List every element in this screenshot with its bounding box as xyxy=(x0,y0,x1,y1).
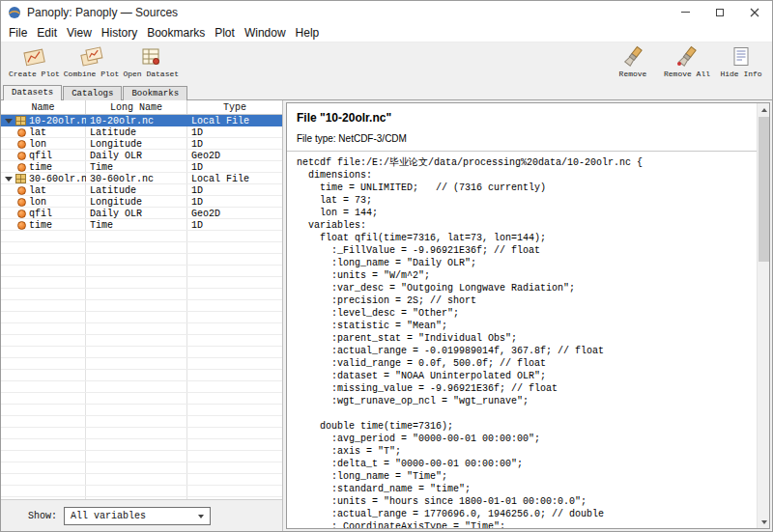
cdl-line: :long_name = "Time"; xyxy=(297,470,747,483)
cdl-line: :statistic = "Mean"; xyxy=(297,320,747,332)
cell-name: 10-20olr.nc xyxy=(1,115,86,126)
show-label: Show: xyxy=(28,511,57,521)
cdl-line: :units = "hours since 1800-01-01 00:00:0… xyxy=(297,495,747,508)
cdl-line: :precision = 2S; // short xyxy=(297,294,747,307)
cell-name: lat xyxy=(1,126,86,138)
cdl-line: float qfil(time=7316, lat=73, lon=144); xyxy=(297,232,747,244)
cdl-line xyxy=(297,407,747,420)
column-header-type[interactable]: Type xyxy=(187,100,282,114)
tabstrip: Datasets Catalogs Bookmarks xyxy=(1,84,772,100)
cdl-line: lon = 144; xyxy=(297,207,747,219)
cell-type: Geo2D xyxy=(187,208,282,219)
cdl-line: :actual_range = 1770696.0, 1946256.0; //… xyxy=(297,508,747,520)
cell-type: 1D xyxy=(187,196,282,208)
scroll-up-button[interactable] xyxy=(758,103,770,116)
cdl-line: netcdf file:/E:/毕业论文/data/processing%20d… xyxy=(297,156,747,169)
create-plot-button[interactable]: Create Plot xyxy=(9,44,60,84)
menu-item-help[interactable]: Help xyxy=(291,24,325,42)
main-area: Name Long Name Type 10-20olr.nc10-20olr.… xyxy=(1,100,772,531)
tree-row-30-60olr.nc[interactable]: 30-60olr.nc30-60olr.ncLocal File xyxy=(1,173,282,184)
cell-long-name: Longitude xyxy=(86,138,187,150)
tree-row-lat[interactable]: latLatitude1D xyxy=(1,184,282,196)
remove-all-button[interactable]: Remove All xyxy=(664,44,710,84)
datasets-panel: Name Long Name Type 10-20olr.nc10-20olr.… xyxy=(1,100,283,531)
window-controls xyxy=(668,1,772,23)
tab-datasets[interactable]: Datasets xyxy=(3,85,62,100)
info-file-title: File "10-20olr.nc" xyxy=(297,111,759,125)
expander-icon[interactable] xyxy=(5,177,13,182)
cell-long-name: Latitude xyxy=(86,184,187,196)
combine-plot-button[interactable]: Combine Plot xyxy=(64,44,120,84)
tree-header: Name Long Name Type xyxy=(1,100,282,115)
menu-item-history[interactable]: History xyxy=(97,24,142,42)
variable-icon xyxy=(17,140,26,149)
cdl-line: :units = "W/m^2"; xyxy=(297,269,747,282)
hide-info-button[interactable]: Hide Info xyxy=(720,44,762,84)
cell-name: time xyxy=(1,161,86,173)
remove-all-icon xyxy=(674,44,700,70)
menu-item-view[interactable]: View xyxy=(62,24,97,42)
combine-plot-label: Combine Plot xyxy=(64,70,120,78)
toolbar: Create Plot Combine Plot xyxy=(1,42,772,84)
tree-row-lon[interactable]: lonLongitude1D xyxy=(1,138,282,150)
menu-item-plot[interactable]: Plot xyxy=(210,24,240,42)
tree-row-time[interactable]: timeTime1D xyxy=(1,219,282,231)
expander-icon[interactable] xyxy=(5,119,13,124)
menu-item-window[interactable]: Window xyxy=(240,24,291,42)
remove-button[interactable]: Remove xyxy=(612,44,654,84)
menubar: File Edit View History Bookmarks Plot Wi… xyxy=(1,23,772,42)
info-panel: File "10-20olr.nc" File type: NetCDF-3/C… xyxy=(286,102,770,529)
create-plot-icon xyxy=(21,44,46,70)
variable-icon xyxy=(17,186,26,195)
close-icon xyxy=(750,8,759,17)
cell-long-name: 30-60olr.nc xyxy=(86,173,187,184)
tree-row-qfil[interactable]: qfilDaily OLRGeo2D xyxy=(1,208,282,219)
column-header-name[interactable]: Name xyxy=(1,100,86,114)
scroll-down-button[interactable] xyxy=(758,516,770,528)
dataset-icon xyxy=(15,116,26,126)
open-dataset-icon xyxy=(138,44,163,70)
column-header-long-name[interactable]: Long Name xyxy=(86,100,187,114)
menu-item-edit[interactable]: Edit xyxy=(32,24,62,42)
menu-item-file[interactable]: File xyxy=(4,24,32,42)
close-button[interactable] xyxy=(737,1,772,23)
info-header: File "10-20olr.nc" File type: NetCDF-3/C… xyxy=(287,103,769,152)
tree-row-time[interactable]: timeTime1D xyxy=(1,161,282,173)
cell-name: lon xyxy=(1,138,86,150)
scrollbar-thumb[interactable] xyxy=(759,117,769,262)
cell-type: Geo2D xyxy=(187,150,282,161)
cdl-line: :_CoordinateAxisType = "Time"; xyxy=(297,520,747,528)
cdl-line: :actual_range = -0.019989014f, 367.8f; /… xyxy=(297,345,747,357)
cdl-line: lat = 73; xyxy=(297,194,747,207)
cdl-line: variables: xyxy=(297,219,747,232)
cell-type: Local File xyxy=(187,173,282,184)
menu-item-bookmarks[interactable]: Bookmarks xyxy=(142,24,210,42)
window-title: Panoply: Panoply — Sources xyxy=(27,6,178,19)
maximize-button[interactable] xyxy=(702,1,737,23)
tab-catalogs[interactable]: Catalogs xyxy=(63,86,122,100)
remove-icon xyxy=(620,44,645,70)
info-scrollbar[interactable] xyxy=(757,103,769,528)
open-dataset-button[interactable]: Open Dataset xyxy=(123,44,179,84)
combine-plot-icon xyxy=(79,44,104,70)
titlebar: Panoply: Panoply — Sources xyxy=(1,1,772,23)
tab-bookmarks[interactable]: Bookmarks xyxy=(123,86,187,100)
tree-row-lat[interactable]: latLatitude1D xyxy=(1,126,282,138)
cdl-line: :long_name = "Daily OLR"; xyxy=(297,257,747,269)
show-variables-dropdown[interactable]: All variables xyxy=(64,507,211,525)
minimize-button[interactable] xyxy=(668,1,702,23)
tree-row-qfil[interactable]: qfilDaily OLRGeo2D xyxy=(1,150,282,161)
maximize-icon xyxy=(716,9,724,16)
cell-type: 1D xyxy=(187,219,282,231)
cdl-line: double time(time=7316); xyxy=(297,420,747,433)
cell-type: 1D xyxy=(187,138,282,150)
tree-row-lon[interactable]: lonLongitude1D xyxy=(1,196,282,208)
scroll-down-icon xyxy=(761,520,767,524)
open-dataset-label: Open Dataset xyxy=(123,70,179,78)
tree-row-10-20olr.nc[interactable]: 10-20olr.nc10-20olr.ncLocal File xyxy=(1,115,282,126)
cell-name: 30-60olr.nc xyxy=(1,173,86,184)
cell-type: 1D xyxy=(187,126,282,138)
cdl-line: :missing_value = -9.96921E36f; // float xyxy=(297,382,747,395)
cdl-line: dimensions: xyxy=(297,169,747,182)
cdl-line: :avg_period = "0000-00-01 00:00:00"; xyxy=(297,433,747,445)
